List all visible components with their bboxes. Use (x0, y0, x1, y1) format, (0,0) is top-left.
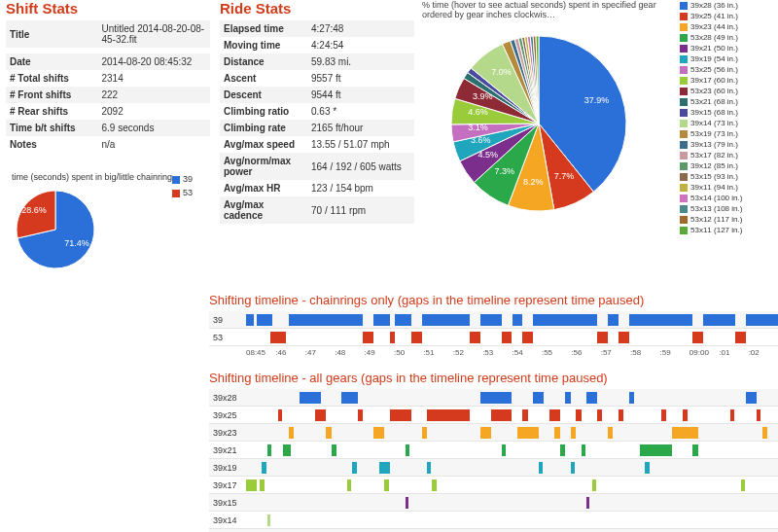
timeline-bar[interactable] (661, 409, 666, 421)
timeline-bar[interactable] (379, 462, 390, 474)
timeline-bar[interactable] (332, 444, 336, 456)
timeline-bar[interactable] (629, 392, 634, 404)
timeline-bar[interactable] (502, 332, 513, 343)
timeline-bar[interactable] (246, 479, 257, 491)
timeline-bar[interactable] (406, 497, 408, 509)
timeline-bar[interactable] (576, 409, 581, 421)
timeline-bar[interactable] (411, 332, 422, 343)
timeline-chainrings[interactable]: 3953 (209, 311, 778, 346)
ride-stats-heading: Ride Stats (220, 0, 414, 17)
timeline-bar[interactable] (491, 409, 513, 421)
timeline-bar[interactable] (582, 444, 585, 456)
table-row: Avg/max HR123 / 154 bpm (220, 180, 414, 196)
timeline-bar[interactable] (267, 444, 271, 456)
timeline-bar[interactable] (406, 444, 409, 456)
timeline-bar[interactable] (533, 392, 544, 404)
timeline-bar[interactable] (246, 314, 254, 326)
timeline-bar[interactable] (522, 332, 533, 343)
timeline-bar[interactable] (427, 409, 470, 421)
timeline-bar[interactable] (390, 409, 411, 421)
timeline-bar[interactable] (289, 314, 364, 326)
timeline-bar[interactable] (390, 332, 395, 343)
timeline-bar[interactable] (645, 462, 649, 474)
timeline-bar[interactable] (565, 392, 570, 404)
timeline-bar[interactable] (762, 427, 767, 439)
timeline-bar[interactable] (358, 409, 363, 421)
timeline-bar[interactable] (289, 427, 294, 439)
table-row: Date2014-08-20 08:45:32 (6, 53, 210, 70)
timeline-bar[interactable] (571, 462, 575, 474)
timeline-bar[interactable] (608, 427, 613, 439)
timeline-bar[interactable] (619, 332, 629, 343)
timeline-bar[interactable] (384, 479, 388, 491)
timeline-bar[interactable] (341, 392, 357, 404)
timeline-bar[interactable] (470, 332, 480, 343)
timeline-axis: 08:45:46:47:48:49:50:51:52:53:54:55:56:5… (246, 348, 778, 357)
timeline-bar[interactable] (672, 427, 698, 439)
chainring-pie-chart[interactable]: 71.4%28.6% (12, 186, 99, 273)
table-row: # Total shifts2314 (6, 70, 210, 87)
timeline-bar[interactable] (480, 427, 491, 439)
timeline-bar[interactable] (373, 314, 389, 326)
table-row: Climbing ratio0.63 * (220, 103, 414, 120)
timeline-bar[interactable] (270, 332, 286, 343)
timeline-bar[interactable] (629, 314, 693, 326)
timeline-bar[interactable] (586, 497, 589, 509)
timeline-bar[interactable] (422, 427, 427, 439)
timeline-bar[interactable] (266, 314, 270, 326)
table-row: Ascent9557 ft (220, 70, 414, 87)
table-row: Notesn/a (6, 136, 210, 153)
timeline-bar[interactable] (502, 444, 506, 456)
timeline-bar[interactable] (730, 409, 734, 421)
timeline-bar[interactable] (513, 314, 523, 326)
timeline-bar[interactable] (373, 427, 384, 439)
timeline-bar[interactable] (432, 479, 436, 491)
timeline-row: 39x25 (209, 407, 778, 424)
timeline-bar[interactable] (347, 479, 351, 491)
timeline-bar[interactable] (278, 409, 282, 421)
timeline-bar[interactable] (352, 462, 356, 474)
timeline-bar[interactable] (517, 427, 539, 439)
timeline-bar[interactable] (262, 462, 265, 474)
timeline-bar[interactable] (746, 314, 778, 326)
small-pie-title: time (seconds) spent in big/little chain… (12, 172, 172, 182)
timeline-bar[interactable] (300, 392, 321, 404)
timeline-bar[interactable] (692, 444, 697, 456)
timeline-bar[interactable] (571, 427, 576, 439)
timeline-bar[interactable] (560, 444, 565, 456)
timeline-bar[interactable] (363, 332, 373, 343)
timeline-bar[interactable] (746, 392, 757, 404)
timeline-bar[interactable] (757, 409, 760, 421)
timeline-bar[interactable] (554, 427, 559, 439)
timeline-bar[interactable] (608, 314, 619, 326)
timeline-bar[interactable] (283, 444, 291, 456)
timeline-bar[interactable] (326, 427, 331, 439)
table-row: Avg/max cadence70 / 111 rpm (220, 196, 414, 224)
timeline-bar[interactable] (692, 332, 703, 343)
timeline-bar[interactable] (683, 409, 688, 421)
timeline-bar[interactable] (315, 409, 326, 421)
timeline-allgears[interactable]: 39x2839x2539x2339x2139x1939x1739x1539x14… (209, 389, 778, 532)
timeline-bar[interactable] (422, 314, 470, 326)
timeline-bar[interactable] (735, 332, 746, 343)
timeline-bar[interactable] (619, 409, 623, 421)
timeline-bar[interactable] (586, 392, 597, 404)
timeline-bar[interactable] (480, 392, 513, 404)
timeline-bar[interactable] (703, 314, 735, 326)
timeline-bar[interactable] (522, 409, 527, 421)
gear-pie-chart[interactable]: 37.9%7.7%8.2%7.3%4.5%3.6%3.1%4.6%3.9%7.0… (422, 21, 655, 216)
timeline-bar[interactable] (539, 462, 543, 474)
timeline-bar[interactable] (480, 314, 502, 326)
timeline-bar[interactable] (597, 409, 602, 421)
timeline-bar[interactable] (427, 462, 431, 474)
timeline-bar[interactable] (640, 444, 672, 456)
svg-text:4.6%: 4.6% (468, 107, 488, 117)
timeline-bar[interactable] (395, 314, 410, 326)
timeline-bar[interactable] (533, 314, 597, 326)
timeline-bar[interactable] (549, 409, 560, 421)
timeline-bar[interactable] (267, 514, 270, 526)
timeline-bar[interactable] (741, 479, 745, 491)
timeline-bar[interactable] (260, 479, 265, 491)
timeline-bar[interactable] (597, 332, 608, 343)
timeline-bar[interactable] (592, 479, 596, 491)
